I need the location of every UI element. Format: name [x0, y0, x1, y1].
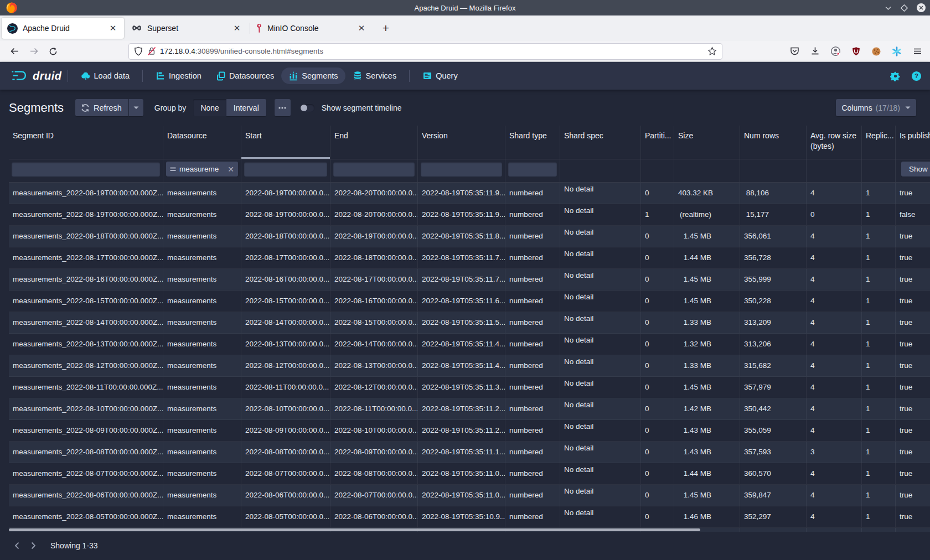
table-cell[interactable]: 4: [807, 377, 862, 398]
table-cell[interactable]: 357,979: [740, 377, 807, 398]
table-cell[interactable]: 1.45 MB: [674, 291, 740, 312]
table-cell[interactable]: measurements: [163, 398, 241, 419]
table-cell[interactable]: 2022-08-11T00:00:00.0...: [330, 398, 418, 419]
table-cell[interactable]: 3: [807, 442, 862, 463]
previous-page-button[interactable]: [8, 537, 25, 554]
table-cell[interactable]: 1.46 MB: [674, 506, 740, 527]
table-cell[interactable]: 0: [641, 398, 674, 419]
table-cell[interactable]: true: [896, 183, 930, 204]
table-cell[interactable]: No detail: [560, 506, 641, 527]
table-cell[interactable]: measurements: [163, 204, 241, 225]
table-cell[interactable]: 1.43 MB: [674, 442, 740, 463]
table-cell[interactable]: 4: [807, 291, 862, 312]
table-cell[interactable]: measurements_2022-08-09T00:00:00.000Z...: [9, 420, 163, 441]
help-icon[interactable]: ?: [908, 68, 924, 84]
table-cell[interactable]: numbered: [505, 355, 560, 376]
settings-gear-icon[interactable]: [887, 68, 903, 84]
table-cell[interactable]: measurements_2022-08-19T00:00:00.000Z...: [9, 204, 163, 225]
table-cell[interactable]: 0: [641, 247, 674, 268]
table-cell[interactable]: numbered: [505, 442, 560, 463]
url-bar[interactable]: 172.18.0.4:30899/unified-console.html#se…: [128, 43, 722, 60]
table-cell[interactable]: No detail: [560, 377, 641, 398]
table-cell[interactable]: measurements_2022-08-05T00:00:00.000Z...: [9, 506, 163, 527]
table-cell[interactable]: No detail: [560, 269, 641, 290]
table-cell[interactable]: measurements_2022-08-10T00:00:00.000Z...: [9, 398, 163, 419]
filter-input[interactable]: [244, 162, 327, 177]
table-cell[interactable]: measurements_2022-08-14T00:00:00.000Z...: [9, 312, 163, 333]
column-header[interactable]: Datasource: [163, 126, 241, 159]
table-cell[interactable]: 4: [807, 463, 862, 484]
table-cell[interactable]: measurements_2022-08-08T00:00:00.000Z...: [9, 442, 163, 463]
table-cell[interactable]: 0: [641, 485, 674, 506]
table-cell[interactable]: measurements_2022-08-18T00:00:00.000Z...: [9, 226, 163, 247]
maximize-button[interactable]: [900, 4, 908, 12]
table-cell[interactable]: 1: [862, 442, 896, 463]
table-cell[interactable]: 0: [641, 506, 674, 527]
table-cell[interactable]: No detail: [560, 291, 641, 312]
cookie-icon[interactable]: [868, 43, 885, 60]
remove-filter-icon[interactable]: ✕: [228, 165, 234, 174]
table-cell[interactable]: 88,106: [740, 183, 807, 204]
segment-timeline-toggle[interactable]: Show segment timeline: [300, 103, 402, 112]
table-cell[interactable]: 2022-08-19T05:35:11.9...: [418, 204, 505, 225]
pocket-icon[interactable]: [786, 43, 803, 60]
table-cell[interactable]: 2022-08-07T00:00:00.0...: [241, 463, 330, 484]
forward-button[interactable]: [25, 43, 42, 60]
table-cell[interactable]: 2022-08-19T05:35:10.9...: [418, 506, 505, 527]
horizontal-scrollbar[interactable]: [9, 528, 700, 531]
table-cell[interactable]: 0: [641, 377, 674, 398]
tab-close-icon[interactable]: ✕: [231, 23, 242, 33]
tab-superset[interactable]: Superset ✕: [126, 18, 248, 39]
group-by-none-button[interactable]: None: [193, 99, 226, 116]
reload-button[interactable]: [45, 43, 61, 60]
table-cell[interactable]: 2022-08-08T00:00:00.0...: [241, 442, 330, 463]
table-cell[interactable]: 2022-08-19T00:00:00.0...: [241, 183, 330, 204]
table-cell[interactable]: 1.33 MB: [674, 355, 740, 376]
table-cell[interactable]: 2022-08-10T00:00:00.0...: [241, 398, 330, 419]
table-cell[interactable]: 2022-08-05T00:00:00.0...: [241, 506, 330, 527]
table-cell[interactable]: true: [896, 442, 930, 463]
table-cell[interactable]: 1: [862, 312, 896, 333]
table-cell[interactable]: 2022-08-19T00:00:00.0...: [330, 226, 418, 247]
table-cell[interactable]: 2022-08-19T05:35:11.1...: [418, 442, 505, 463]
table-cell[interactable]: measurements: [163, 377, 241, 398]
refresh-dropdown-button[interactable]: [129, 99, 143, 116]
table-cell[interactable]: 0: [641, 420, 674, 441]
table-cell[interactable]: 315,682: [740, 355, 807, 376]
table-cell[interactable]: 0: [641, 442, 674, 463]
table-cell[interactable]: numbered: [505, 377, 560, 398]
table-cell[interactable]: 1: [862, 269, 896, 290]
table-cell[interactable]: 4: [807, 528, 862, 532]
table-cell[interactable]: true: [896, 485, 930, 506]
table-cell[interactable]: 350,442: [740, 398, 807, 419]
table-cell[interactable]: 355,059: [740, 420, 807, 441]
table-cell[interactable]: numbered: [505, 269, 560, 290]
tab-close-icon[interactable]: ✕: [356, 23, 367, 33]
account-icon[interactable]: [827, 43, 844, 60]
filter-input[interactable]: [12, 162, 160, 177]
menu-hamburger-icon[interactable]: [909, 43, 926, 60]
table-cell[interactable]: measurements_2022-08-06T00:00:00.000Z...: [9, 485, 163, 506]
nav-item-load-data[interactable]: Load data: [74, 68, 137, 84]
table-cell[interactable]: 1.45 MB: [674, 269, 740, 290]
table-cell[interactable]: 4: [807, 247, 862, 268]
table-cell[interactable]: 2022-08-14T00:00:00.0...: [241, 312, 330, 333]
table-cell[interactable]: measurements: [163, 247, 241, 268]
table-cell[interactable]: 1: [862, 247, 896, 268]
tab-minio-console[interactable]: MinIO Console ✕: [250, 18, 373, 39]
table-cell[interactable]: No detail: [560, 485, 641, 506]
table-cell[interactable]: 1: [641, 204, 674, 225]
nav-item-services[interactable]: Services: [345, 68, 404, 84]
table-cell[interactable]: 2022-08-09T00:00:00.0...: [330, 442, 418, 463]
group-by-interval-button[interactable]: Interval: [226, 99, 266, 116]
table-cell[interactable]: 2022-08-12T00:00:00.0...: [241, 355, 330, 376]
column-header[interactable]: Segment ID: [9, 126, 163, 159]
table-cell[interactable]: measurements_2022-08-15T00:00:00.000Z...: [9, 291, 163, 312]
table-cell[interactable]: numbered: [505, 204, 560, 225]
column-header[interactable]: Shard spec: [560, 126, 641, 159]
table-cell[interactable]: 2022-08-19T05:35:11.0...: [418, 485, 505, 506]
table-cell[interactable]: measurements_2022-08-07T00:00:00.000Z...: [9, 463, 163, 484]
table-cell[interactable]: numbered: [505, 463, 560, 484]
table-cell[interactable]: No detail: [560, 334, 641, 355]
table-cell[interactable]: measurements: [163, 226, 241, 247]
